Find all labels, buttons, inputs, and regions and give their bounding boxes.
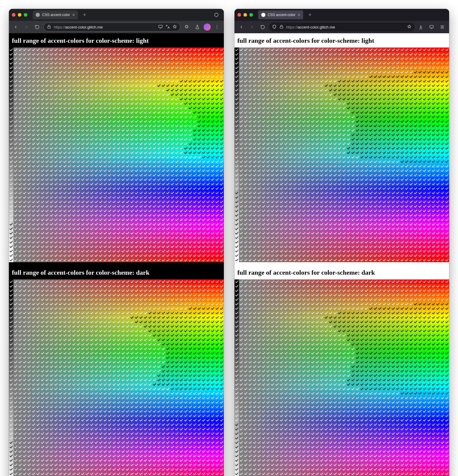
firefox-window: CSS accent-color × + https:: [234, 9, 449, 476]
svg-point-4: [216, 27, 217, 27]
close-window-button[interactable]: [12, 13, 15, 17]
tab-title: CSS accent-color: [268, 13, 295, 17]
zoom-window-button[interactable]: [24, 13, 27, 17]
close-tab-icon[interactable]: ×: [72, 12, 75, 17]
close-tab-icon[interactable]: ×: [298, 12, 300, 17]
page-icon: [261, 13, 265, 17]
lock-icon: [47, 24, 51, 30]
svg-point-5: [216, 28, 217, 29]
lock-icon: [279, 24, 284, 30]
hamburger-menu-button[interactable]: [438, 23, 447, 31]
globe-icon: [36, 13, 40, 17]
close-window-button[interactable]: [237, 13, 241, 17]
minimize-window-button[interactable]: [243, 13, 247, 17]
chevron-down-icon[interactable]: [212, 10, 221, 19]
traffic-lights: [12, 13, 27, 17]
svg-point-0: [215, 13, 218, 17]
shield-icon[interactable]: [272, 24, 277, 30]
kebab-menu-button[interactable]: [213, 23, 221, 31]
swatch-grid-dark: [234, 279, 449, 476]
heading-light: full range of accent-colors for color-sc…: [9, 33, 224, 48]
traffic-lights: [237, 13, 253, 17]
translate-icon[interactable]: [165, 24, 170, 30]
responsive-design-button[interactable]: [427, 23, 436, 31]
svg-rect-7: [430, 26, 433, 28]
tab-title: CSS accent-color: [42, 13, 70, 17]
address-bar[interactable]: https://accent-color.glitch.me: [43, 23, 180, 31]
firefox-titlebar: CSS accent-color × +: [234, 9, 449, 21]
page-content: full range of accent-colors for color-sc…: [234, 33, 449, 476]
back-button[interactable]: [237, 23, 246, 31]
heading-dark: full range of accent-colors for color-sc…: [9, 265, 224, 279]
back-button[interactable]: [11, 23, 20, 31]
svg-point-3: [216, 25, 217, 26]
new-tab-button[interactable]: +: [306, 11, 314, 19]
svg-rect-1: [48, 26, 50, 28]
extensions-button[interactable]: [182, 23, 191, 31]
forward-button[interactable]: [22, 23, 31, 31]
chrome-titlebar: CSS accent-color × +: [9, 9, 224, 21]
swatch-grid-dark: [9, 279, 224, 476]
address-bar[interactable]: https://accent-color.glitch.me: [269, 23, 415, 31]
page-content: full range of accent-colors for color-sc…: [9, 33, 224, 476]
heading-light: full range of accent-colors for color-sc…: [234, 33, 449, 48]
minimize-window-button[interactable]: [18, 13, 21, 17]
heading-dark: full range of accent-colors for color-sc…: [234, 265, 449, 279]
browser-tab[interactable]: CSS accent-color ×: [258, 10, 303, 19]
star-icon[interactable]: [172, 24, 177, 30]
url-text: https://accent-color.glitch.me: [286, 25, 335, 29]
svg-rect-6: [280, 26, 283, 28]
url-text: https://accent-color.glitch.me: [54, 25, 103, 29]
swatch-grid-light: [9, 48, 224, 265]
swatch-grid-light: [234, 48, 449, 265]
chrome-toolbar: https://accent-color.glitch.me: [9, 21, 224, 33]
reload-button[interactable]: [33, 23, 42, 31]
svg-rect-2: [159, 25, 162, 27]
responsive-icon[interactable]: [158, 24, 163, 30]
profile-avatar[interactable]: [204, 23, 211, 31]
new-tab-button[interactable]: +: [81, 11, 89, 19]
zoom-window-button[interactable]: [249, 13, 253, 17]
downloads-button[interactable]: [416, 23, 425, 31]
firefox-toolbar: https://accent-color.glitch.me: [234, 21, 449, 33]
experiments-button[interactable]: [193, 23, 202, 31]
chrome-window: CSS accent-color × + https: [9, 9, 224, 476]
reload-button[interactable]: [258, 23, 267, 31]
forward-button[interactable]: [248, 23, 256, 31]
star-icon[interactable]: [407, 24, 412, 30]
browser-tab[interactable]: CSS accent-color ×: [33, 10, 78, 19]
